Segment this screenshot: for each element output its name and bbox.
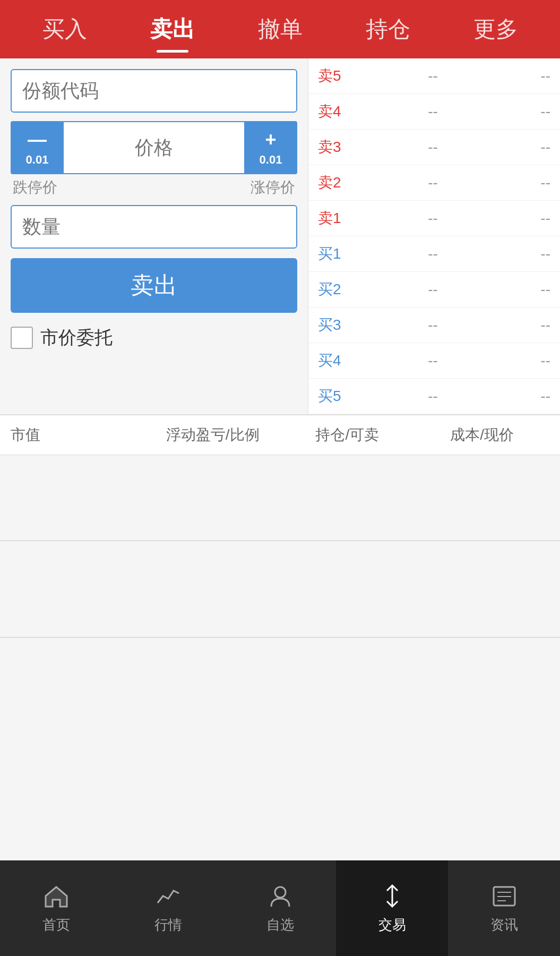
limit-row: 跌停价 涨停价 [11, 177, 297, 198]
nav-item-more[interactable]: 更多 [463, 9, 529, 49]
order-label-2: 卖3 [318, 137, 347, 157]
news-icon [491, 883, 518, 909]
increment-icon: + [265, 129, 276, 151]
order-row-2: 卖3---- [308, 130, 560, 165]
svg-point-0 [275, 887, 286, 898]
order-qty-6: -- [519, 281, 550, 298]
order-row-1: 卖4---- [308, 94, 560, 130]
left-panel: — 0.01 + 0.01 跌停价 涨停价 卖出 [0, 58, 308, 414]
market-order-row: 市价委托 [11, 322, 297, 353]
home-icon [43, 883, 70, 909]
market-icon-wrap [155, 883, 182, 911]
trade-icon [379, 883, 406, 909]
nav-item-buy[interactable]: 买入 [32, 9, 98, 49]
bottom-navigation: 首页 行情 自选 交易 资讯 [0, 860, 560, 956]
upper-limit-label: 涨停价 [251, 177, 295, 198]
order-price-5: -- [417, 245, 449, 262]
watchlist-icon [267, 883, 294, 909]
empty-area-3 [0, 638, 560, 733]
quantity-input-wrapper [11, 205, 297, 249]
bottom-nav-label-trade: 交易 [378, 916, 406, 934]
bottom-nav-label-news: 资讯 [490, 916, 518, 934]
portfolio-header: 市值浮动盈亏/比例持仓/可卖成本/现价 [0, 414, 560, 455]
code-input-wrapper [11, 69, 297, 113]
order-book: 卖5----卖4----卖3----卖2----卖1----买1----买2--… [308, 58, 560, 414]
order-row-9: 买5---- [308, 379, 560, 414]
lower-limit-label: 跌停价 [13, 177, 57, 198]
bottom-nav-item-home[interactable]: 首页 [0, 860, 112, 956]
decrement-icon: — [28, 129, 47, 151]
right-panel: 卖5----卖4----卖3----卖2----卖1----买1----买2--… [308, 58, 560, 414]
increment-button[interactable]: + 0.01 [244, 121, 297, 174]
code-input[interactable] [22, 80, 286, 102]
price-input-wrapper [64, 121, 244, 174]
order-label-6: 买2 [318, 279, 347, 300]
bottom-nav-item-market[interactable]: 行情 [112, 860, 224, 956]
sell-button[interactable]: 卖出 [11, 258, 297, 313]
top-navigation: 买入卖出撤单持仓更多 [0, 0, 560, 58]
decrement-sub: 0.01 [26, 153, 49, 167]
order-row-8: 买4---- [308, 343, 560, 379]
order-qty-1: -- [519, 103, 550, 120]
order-price-9: -- [417, 388, 449, 405]
order-label-7: 买3 [318, 315, 347, 335]
order-price-1: -- [417, 103, 449, 120]
bottom-nav-label-watchlist: 自选 [266, 916, 294, 934]
order-price-4: -- [417, 210, 449, 227]
order-qty-5: -- [519, 245, 550, 262]
bottom-nav-label-market: 行情 [154, 916, 182, 934]
order-row-3: 卖2---- [308, 165, 560, 201]
order-price-6: -- [417, 281, 449, 298]
nav-item-cancel[interactable]: 撤单 [247, 9, 313, 49]
order-row-4: 卖1---- [308, 201, 560, 236]
bottom-nav-item-trade[interactable]: 交易 [336, 860, 448, 956]
watchlist-icon-wrap [267, 883, 294, 911]
order-label-1: 卖4 [318, 101, 347, 122]
trade-icon-wrap [379, 883, 406, 911]
order-qty-8: -- [519, 352, 550, 369]
market-icon [155, 883, 182, 909]
order-price-0: -- [417, 67, 449, 84]
order-row-7: 买3---- [308, 308, 560, 343]
bottom-nav-item-watchlist[interactable]: 自选 [224, 860, 336, 956]
content-area: — 0.01 + 0.01 跌停价 涨停价 卖出 [0, 58, 560, 860]
nav-item-position[interactable]: 持仓 [355, 9, 421, 49]
quantity-input[interactable] [22, 216, 286, 238]
news-icon-wrap [491, 883, 518, 911]
order-label-4: 卖1 [318, 208, 347, 228]
price-row: — 0.01 + 0.01 [11, 121, 297, 174]
order-price-2: -- [417, 139, 449, 156]
home-icon-wrap [43, 883, 70, 911]
increment-sub: 0.01 [260, 153, 282, 167]
empty-area-2 [0, 541, 560, 637]
order-price-7: -- [417, 317, 449, 334]
portfolio-col-3: 成本/现价 [415, 425, 549, 445]
order-label-3: 卖2 [318, 173, 347, 193]
empty-area-1 [0, 455, 560, 540]
decrement-button[interactable]: — 0.01 [11, 121, 64, 174]
order-label-0: 卖5 [318, 66, 347, 86]
portfolio-col-0: 市值 [11, 425, 145, 445]
price-input[interactable] [64, 136, 244, 159]
order-qty-3: -- [519, 174, 550, 191]
order-row-6: 买2---- [308, 272, 560, 308]
bottom-nav-label-home: 首页 [42, 916, 70, 934]
order-qty-0: -- [519, 67, 550, 84]
portfolio-col-1: 浮动盈亏/比例 [145, 425, 280, 445]
market-order-label: 市价委托 [40, 326, 113, 350]
order-row-0: 卖5---- [308, 58, 560, 94]
nav-item-sell[interactable]: 卖出 [140, 9, 205, 49]
order-qty-2: -- [519, 139, 550, 156]
order-label-8: 买4 [318, 351, 347, 371]
order-qty-9: -- [519, 388, 550, 405]
order-row-5: 买1---- [308, 236, 560, 272]
order-qty-4: -- [519, 210, 550, 227]
market-order-checkbox[interactable] [11, 327, 33, 349]
order-price-8: -- [417, 352, 449, 369]
order-price-3: -- [417, 174, 449, 191]
bottom-nav-item-news[interactable]: 资讯 [448, 860, 560, 956]
order-label-5: 买1 [318, 244, 347, 264]
panels-row: — 0.01 + 0.01 跌停价 涨停价 卖出 [0, 58, 560, 414]
order-qty-7: -- [519, 317, 550, 334]
order-label-9: 买5 [318, 386, 347, 406]
